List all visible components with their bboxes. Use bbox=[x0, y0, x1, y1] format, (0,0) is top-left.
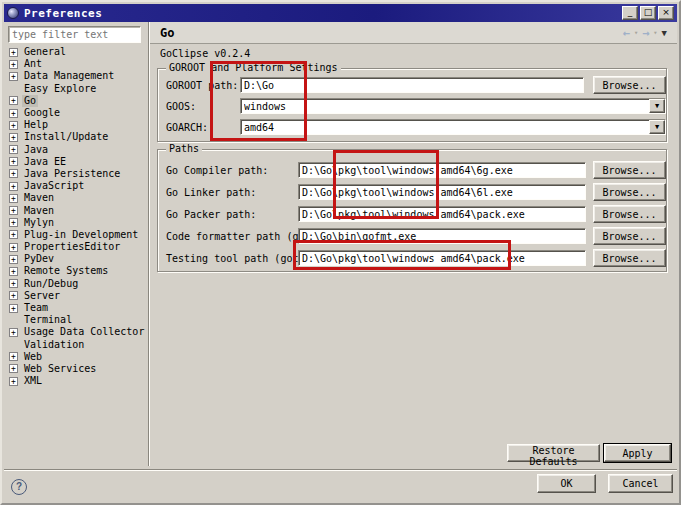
expand-plus-icon[interactable]: + bbox=[9, 169, 18, 178]
expand-plus-icon[interactable]: + bbox=[9, 60, 18, 69]
sidebar-item-ant[interactable]: +Ant bbox=[6, 58, 146, 70]
expand-plus-icon[interactable]: + bbox=[9, 206, 18, 215]
sidebar-item-team[interactable]: +Team bbox=[6, 302, 146, 314]
expand-plus-icon[interactable]: + bbox=[9, 230, 18, 239]
sidebar-item-web-services[interactable]: +Web Services bbox=[6, 363, 146, 375]
expand-plus-icon[interactable]: + bbox=[9, 157, 18, 166]
back-icon[interactable]: ← bbox=[623, 26, 630, 40]
tree-leaf-spacer bbox=[9, 316, 18, 325]
sidebar-item-xml[interactable]: +XML bbox=[6, 375, 146, 387]
title-bar[interactable]: Preferences _ □ × bbox=[4, 4, 677, 22]
ok-button[interactable]: OK bbox=[537, 474, 596, 493]
sidebar-item-java-persistence[interactable]: +Java Persistence bbox=[6, 168, 146, 180]
expand-plus-icon[interactable]: + bbox=[9, 145, 18, 154]
sidebar-item-remote-systems[interactable]: +Remote Systems bbox=[6, 265, 146, 277]
forward-menu-icon[interactable]: ▾ bbox=[653, 29, 657, 37]
sidebar-item-label: General bbox=[22, 46, 68, 58]
sidebar-item-propertieseditor[interactable]: +PropertiesEditor bbox=[6, 241, 146, 253]
goarch-combo[interactable]: ▼ bbox=[240, 119, 666, 135]
sidebar-item-usage-data-collector[interactable]: +Usage Data Collector bbox=[6, 326, 146, 338]
go-packer-path-browse-button[interactable]: Browse... bbox=[593, 205, 666, 223]
testing-tool-path-gotest-input[interactable] bbox=[298, 250, 586, 266]
code-formatter-path-gofmt-input[interactable] bbox=[298, 228, 586, 244]
sidebar-item-go[interactable]: +Go bbox=[6, 95, 146, 107]
expand-plus-icon[interactable]: + bbox=[9, 377, 18, 386]
expand-plus-icon[interactable]: + bbox=[9, 133, 18, 142]
sidebar-item-plug-in-development[interactable]: +Plug-in Development bbox=[6, 229, 146, 241]
goroot-path-input[interactable] bbox=[240, 77, 584, 93]
sidebar-item-help[interactable]: +Help bbox=[6, 119, 146, 131]
cancel-button[interactable]: Cancel bbox=[608, 474, 673, 493]
sidebar-item-label: JavaScript bbox=[22, 180, 86, 192]
sidebar-item-java-ee[interactable]: +Java EE bbox=[6, 156, 146, 168]
testing-tool-path-gotest-browse-button[interactable]: Browse... bbox=[593, 249, 666, 267]
sidebar-item-maven[interactable]: +Maven bbox=[6, 204, 146, 216]
sidebar-item-label: Java Persistence bbox=[22, 168, 122, 180]
code-formatter-path-gofmt-browse-button[interactable]: Browse... bbox=[593, 227, 666, 245]
tree-leaf-spacer bbox=[9, 84, 18, 93]
expand-plus-icon[interactable]: + bbox=[9, 255, 18, 264]
sidebar-item-mylyn[interactable]: +Mylyn bbox=[6, 217, 146, 229]
go-packer-path-label: Go Packer path: bbox=[166, 209, 256, 220]
expand-plus-icon[interactable]: + bbox=[9, 304, 18, 313]
expand-plus-icon[interactable]: + bbox=[9, 182, 18, 191]
go-compiler-path-browse-button[interactable]: Browse... bbox=[593, 161, 666, 179]
goroot-browse-button[interactable]: Browse... bbox=[593, 76, 666, 94]
expand-plus-icon[interactable]: + bbox=[9, 243, 18, 252]
sidebar-item-validation[interactable]: Validation bbox=[6, 339, 146, 351]
sidebar-item-data-management[interactable]: +Data Management bbox=[6, 70, 146, 82]
help-icon[interactable]: ? bbox=[11, 479, 27, 495]
goos-combo-input[interactable] bbox=[240, 98, 666, 114]
sidebar-item-google[interactable]: +Google bbox=[6, 107, 146, 119]
sidebar-item-general[interactable]: +General bbox=[6, 46, 146, 58]
forward-icon[interactable]: → bbox=[642, 26, 649, 40]
go-packer-path-input[interactable] bbox=[298, 206, 586, 222]
sidebar-item-terminal[interactable]: Terminal bbox=[6, 314, 146, 326]
sidebar-item-server[interactable]: +Server bbox=[6, 290, 146, 302]
page-action-buttons: Restore Defaults Apply bbox=[2, 443, 681, 463]
chevron-down-icon[interactable]: ▼ bbox=[649, 99, 665, 113]
sidebar-item-install-update[interactable]: +Install/Update bbox=[6, 131, 146, 143]
sidebar-item-label: Terminal bbox=[22, 314, 74, 326]
chevron-down-icon[interactable]: ▼ bbox=[649, 120, 665, 134]
panel-sash-divider[interactable] bbox=[148, 22, 150, 466]
expand-plus-icon[interactable]: + bbox=[9, 364, 18, 373]
expand-plus-icon[interactable]: + bbox=[9, 279, 18, 288]
sidebar-item-java[interactable]: +Java bbox=[6, 144, 146, 156]
expand-plus-icon[interactable]: + bbox=[9, 267, 18, 276]
expand-plus-icon[interactable]: + bbox=[9, 218, 18, 227]
maximize-button[interactable]: □ bbox=[640, 6, 656, 20]
filter-input[interactable] bbox=[8, 26, 141, 43]
sidebar-item-web[interactable]: +Web bbox=[6, 351, 146, 363]
sidebar-item-easy-explore[interactable]: Easy Explore bbox=[6, 83, 146, 95]
go-compiler-path-input[interactable] bbox=[298, 162, 586, 178]
sidebar-item-javascript[interactable]: +JavaScript bbox=[6, 180, 146, 192]
expand-plus-icon[interactable]: + bbox=[9, 291, 18, 300]
restore-defaults-button[interactable]: Restore Defaults bbox=[507, 444, 600, 462]
sidebar-item-maven[interactable]: +Maven bbox=[6, 192, 146, 204]
expand-plus-icon[interactable]: + bbox=[9, 194, 18, 203]
goos-combo[interactable]: ▼ bbox=[240, 98, 666, 114]
minimize-button[interactable]: _ bbox=[622, 6, 638, 20]
expand-plus-icon[interactable]: + bbox=[9, 96, 18, 105]
goarch-combo-input[interactable] bbox=[240, 119, 666, 135]
go-linker-path-browse-button[interactable]: Browse... bbox=[593, 183, 666, 201]
sidebar-item-label: Ant bbox=[22, 58, 44, 70]
tree-leaf-spacer bbox=[9, 340, 18, 349]
goroot-path-label: GOROOT path: bbox=[166, 80, 238, 91]
back-menu-icon[interactable]: ▾ bbox=[634, 29, 638, 37]
view-menu-icon[interactable]: ▼ bbox=[662, 28, 667, 38]
sidebar-item-label: Install/Update bbox=[22, 131, 110, 143]
expand-plus-icon[interactable]: + bbox=[9, 328, 18, 337]
apply-button[interactable]: Apply bbox=[604, 444, 671, 462]
expand-plus-icon[interactable]: + bbox=[9, 109, 18, 118]
go-linker-path-input[interactable] bbox=[298, 184, 586, 200]
expand-plus-icon[interactable]: + bbox=[9, 48, 18, 57]
close-button[interactable]: × bbox=[658, 6, 674, 20]
sidebar-item-run-debug[interactable]: +Run/Debug bbox=[6, 278, 146, 290]
expand-plus-icon[interactable]: + bbox=[9, 72, 18, 81]
sidebar-item-pydev[interactable]: +PyDev bbox=[6, 253, 146, 265]
expand-plus-icon[interactable]: + bbox=[9, 121, 18, 130]
expand-plus-icon[interactable]: + bbox=[9, 352, 18, 361]
goclipse-version-label: GoClipse v0.2.4 bbox=[160, 48, 250, 59]
